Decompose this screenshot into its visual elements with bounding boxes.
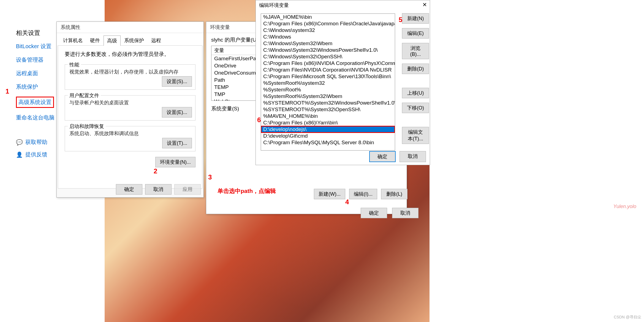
annotation-4: 4 bbox=[345, 198, 349, 206]
group-performance-desc: 视觉效果，处理器计划，内存使用，以及虚拟内存 bbox=[69, 69, 191, 75]
watermark-2: Yulen.yolo bbox=[613, 204, 636, 209]
tab-hardware[interactable]: 硬件 bbox=[86, 35, 104, 45]
envdlg-footer: 确定 取消 bbox=[361, 208, 419, 218]
path-entry-row[interactable]: C:\Program Files (x86)\NVIDIA Corporatio… bbox=[261, 60, 395, 67]
path-entry-row[interactable]: C:\Program Files\NVIDIA Corporation\NVID… bbox=[261, 67, 395, 73]
move-down-button[interactable]: 下移(O) bbox=[402, 103, 429, 113]
group-startup-recovery: 启动和故障恢复 系统启动、系统故障和调试信息 设置(T)... bbox=[65, 126, 195, 151]
group-user-profiles: 用户配置文件 与登录帐户相关的桌面设置 设置(E)... bbox=[65, 95, 195, 121]
sysvar-delete-button[interactable]: 删除(L) bbox=[381, 189, 407, 199]
envdlg-cancel-button[interactable]: 取消 bbox=[392, 208, 419, 218]
user-profiles-settings-button[interactable]: 设置(E)... bbox=[162, 107, 192, 118]
sysprops-body: 要进行大多数更改，你必须作为管理员登录。 性能 视觉效果，处理器计划，内存使用，… bbox=[58, 45, 202, 189]
admin-note: 要进行大多数更改，你必须作为管理员登录。 bbox=[65, 51, 195, 58]
tab-computer-name[interactable]: 计算机名 bbox=[59, 35, 86, 45]
path-entry-row[interactable]: C:\Program Files (x86)\Yarn\bin\ bbox=[261, 119, 395, 126]
path-entry-row[interactable]: %MAVEN_HOME%\bin bbox=[261, 113, 395, 119]
path-entry-row[interactable]: %SystemRoot%\system32 bbox=[261, 80, 395, 86]
link-remote-desktop[interactable]: 远程桌面 bbox=[16, 70, 56, 77]
path-entry-row[interactable]: D:\develop\nodejs\ bbox=[261, 126, 395, 133]
help-icon: 💬 bbox=[16, 139, 23, 146]
tab-advanced[interactable]: 高级 bbox=[104, 36, 121, 46]
delete-entry-button[interactable]: 删除(D) bbox=[402, 64, 429, 74]
browse-button[interactable]: 浏览(B)... bbox=[402, 43, 429, 59]
sysprops-ok-button[interactable]: 确定 bbox=[116, 184, 142, 195]
editdlg-side-buttons: 新建(N) 编辑(E) 浏览(B)... 删除(D) 上移(U) 下移(O) 编… bbox=[402, 13, 429, 144]
path-entry-row[interactable]: C:\Windows bbox=[261, 34, 395, 40]
tab-system-protection[interactable]: 系统保护 bbox=[121, 35, 148, 45]
sysprops-tabs: 计算机名 硬件 高级 系统保护 远程 bbox=[57, 33, 203, 45]
path-entry-row[interactable]: %SystemRoot%\System32\Wbem bbox=[261, 93, 395, 100]
startup-settings-button[interactable]: 设置(T)... bbox=[162, 138, 192, 148]
sysvar-edit-button[interactable]: 编辑(I)... bbox=[349, 189, 377, 199]
editdlg-cancel-button[interactable]: 取消 bbox=[400, 151, 426, 162]
move-up-button[interactable]: 上移(U) bbox=[402, 88, 429, 98]
tab-remote[interactable]: 远程 bbox=[148, 35, 165, 45]
help-row[interactable]: 💬 获取帮助 bbox=[16, 138, 56, 146]
path-entry-row[interactable]: %SYSTEMROOT%\System32\OpenSSH\ bbox=[261, 106, 395, 113]
settings-title: 相关设置 bbox=[16, 29, 56, 37]
sysprops-cancel-button[interactable]: 取消 bbox=[145, 184, 172, 195]
edit-entry-button[interactable]: 编辑(E) bbox=[402, 28, 429, 39]
path-entry-row[interactable]: %SYSTEMROOT%\System32\WindowsPowerShell\… bbox=[261, 100, 395, 106]
link-bitlocker[interactable]: BitLocker 设置 bbox=[16, 43, 56, 50]
group-startup-desc: 系统启动、系统故障和调试信息 bbox=[69, 130, 191, 137]
path-entry-row[interactable]: C:\Windows\System32\WindowsPowerShell\v1… bbox=[261, 47, 395, 53]
link-advanced-system-settings[interactable]: 高级系统设置 bbox=[16, 97, 54, 108]
system-properties-dialog: 系统属性 计算机名 硬件 高级 系统保护 远程 要进行大多数更改，你必须作为管理… bbox=[56, 21, 204, 198]
edit-text-button[interactable]: 编辑文本(T)... bbox=[402, 127, 429, 144]
path-entry-row[interactable]: C:\Windows\System32\Wbem bbox=[261, 40, 395, 47]
new-entry-button[interactable]: 新建(N) bbox=[402, 13, 429, 24]
editdlg-ok-button[interactable]: 确定 bbox=[369, 151, 396, 162]
feedback-row[interactable]: 👤 提供反馈 bbox=[16, 151, 56, 158]
path-entry-row[interactable]: D:\develop\Git\cmd bbox=[261, 133, 395, 139]
group-performance: 性能 视觉效果，处理器计划，内存使用，以及虚拟内存 设置(S)... bbox=[65, 64, 195, 90]
performance-settings-button[interactable]: 设置(S)... bbox=[162, 76, 192, 87]
group-performance-title: 性能 bbox=[68, 61, 81, 68]
path-entry-row[interactable]: C:\Windows\system32 bbox=[261, 27, 395, 34]
settings-sidebar: 相关设置 BitLocker 设置 设备管理器 远程桌面 系统保护 高级系统设置… bbox=[16, 29, 56, 163]
feedback-label: 提供反馈 bbox=[25, 151, 47, 158]
editdlg-title: 编辑环境变量 bbox=[256, 0, 430, 10]
editdlg-footer: 确定 取消 bbox=[369, 151, 426, 162]
annotation-6: 6 bbox=[257, 116, 261, 124]
group-startup-title: 启动和故障恢复 bbox=[68, 123, 106, 130]
path-entry-row[interactable]: C:\Program Files (x86)\Common Files\Orac… bbox=[261, 20, 395, 27]
watermark: CSDN @寻归尘 bbox=[614, 315, 641, 320]
path-entry-row[interactable]: %SystemRoot% bbox=[261, 86, 395, 93]
group-user-profiles-desc: 与登录帐户相关的桌面设置 bbox=[69, 99, 191, 106]
annotation-1: 1 bbox=[6, 88, 9, 95]
help-label: 获取帮助 bbox=[25, 138, 47, 146]
environment-variables-button[interactable]: 环境变量(N)... bbox=[155, 157, 195, 167]
envdlg-ok-button[interactable]: 确定 bbox=[361, 208, 387, 218]
link-rename-pc[interactable]: 重命名这台电脑 bbox=[16, 114, 56, 121]
sysprops-title: 系统属性 bbox=[57, 22, 203, 33]
sysvar-new-button[interactable]: 新建(W)... bbox=[314, 189, 345, 199]
sysprops-apply-button[interactable]: 应用 bbox=[174, 184, 201, 195]
link-system-protection[interactable]: 系统保护 bbox=[16, 83, 56, 91]
path-entry-row[interactable]: C:\Program Files\Microsoft SQL Server\13… bbox=[261, 73, 395, 80]
hint-text: 单击选中path，点编辑 bbox=[218, 187, 276, 195]
path-entry-row[interactable]: C:\Program Files\MySQL\MySQL Server 8.0\… bbox=[261, 139, 395, 146]
link-device-manager[interactable]: 设备管理器 bbox=[16, 56, 56, 64]
group-user-profiles-title: 用户配置文件 bbox=[68, 92, 101, 99]
path-entry-row[interactable]: C:\Windows\System32\OpenSSH\ bbox=[261, 53, 395, 60]
sysprops-footer: 确定 取消 应用 bbox=[116, 184, 201, 195]
annotation-3: 3 bbox=[208, 173, 212, 181]
path-entries-list[interactable]: %JAVA_HOME%\binC:\Program Files (x86)\Co… bbox=[261, 13, 395, 151]
path-entry-row[interactable]: %JAVA_HOME%\bin bbox=[261, 14, 395, 20]
annotation-5: 5 bbox=[399, 16, 402, 24]
close-icon[interactable]: ✕ bbox=[422, 1, 427, 8]
annotation-2: 2 bbox=[154, 167, 157, 175]
feedback-icon: 👤 bbox=[16, 151, 23, 158]
